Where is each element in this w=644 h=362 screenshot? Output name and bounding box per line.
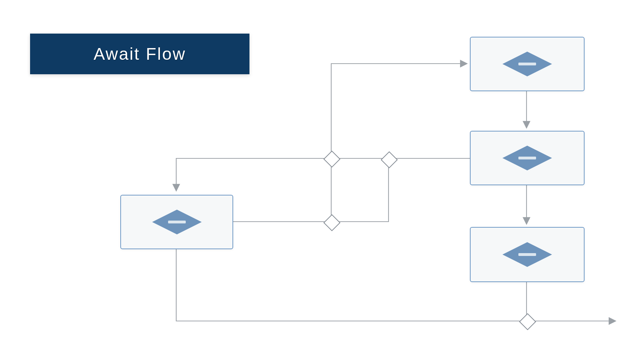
decision-bottom bbox=[323, 214, 340, 231]
title-text: Await Flow bbox=[93, 44, 186, 64]
svg-rect-3 bbox=[518, 63, 536, 65]
svg-rect-5 bbox=[518, 157, 536, 159]
decision-top-right bbox=[381, 151, 398, 168]
svg-rect-7 bbox=[518, 253, 536, 256]
diamond-icon bbox=[499, 48, 556, 80]
title-banner: Await Flow bbox=[30, 34, 249, 74]
diagram-canvas: Await Flow bbox=[0, 0, 644, 362]
svg-rect-1 bbox=[168, 221, 186, 223]
decision-exit bbox=[519, 313, 536, 330]
flow-box-right-2 bbox=[470, 131, 585, 185]
diamond-icon bbox=[499, 239, 556, 270]
diamond-icon bbox=[149, 206, 205, 238]
flow-box-right-1 bbox=[470, 37, 585, 91]
decision-top-left bbox=[323, 151, 340, 168]
flow-box-left bbox=[120, 195, 233, 249]
diamond-icon bbox=[499, 142, 556, 174]
flow-box-right-3 bbox=[470, 227, 585, 282]
